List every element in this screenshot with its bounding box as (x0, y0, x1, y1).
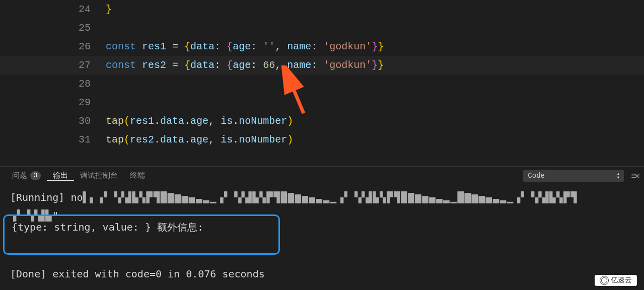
code-line[interactable]: 24} (0, 0, 644, 19)
tab-label: 输出 (53, 171, 68, 180)
bottom-panel: 问题 3 输出 调试控制台 终端 Code ▲▼ ≡✕ [Running] no… (0, 166, 644, 290)
tab-problems[interactable]: 问题 3 (6, 171, 47, 180)
line-content: const res1 = {data: {age: '', name: 'god… (106, 37, 644, 56)
problems-count-badge: 3 (30, 171, 41, 180)
tab-output[interactable]: 输出 (47, 171, 74, 181)
highlighted-output: {type: string, value: } 额外信息: (3, 214, 280, 255)
line-content (106, 93, 644, 112)
line-content (106, 19, 644, 37)
tab-terminal[interactable]: 终端 (124, 171, 151, 180)
line-number: 26 (0, 37, 106, 56)
line-content: tap(res2.data.age, is.noNumber) (106, 130, 644, 149)
line-number: 25 (0, 19, 106, 37)
line-number: 31 (0, 130, 106, 149)
code-line[interactable]: 28 (0, 75, 644, 93)
code-line[interactable]: 25 (0, 19, 644, 37)
output-text: {type: string, value: } 额外信息: (12, 221, 203, 233)
line-number: 29 (0, 93, 106, 112)
tab-debug-console[interactable]: 调试控制台 (74, 171, 124, 180)
code-line[interactable]: 26const res1 = {data: {age: '', name: 'g… (0, 37, 644, 56)
code-line[interactable]: 31tap(res2.data.age, is.noNumber) (0, 130, 644, 149)
line-content (106, 75, 644, 93)
output-line: [Done] exited with code=0 in 0.076 secon… (10, 265, 634, 283)
line-number: 27 (0, 56, 106, 75)
line-content: tap(res1.data.age, is.noNumber) (106, 112, 644, 130)
watermark-logo-icon (600, 276, 609, 285)
dropdown-value: Code (528, 172, 545, 180)
code-line[interactable]: 27const res2 = {data: {age: 66, name: 'g… (0, 56, 644, 75)
code-editor[interactable]: 24}2526const res1 = {data: {age: '', nam… (0, 0, 644, 166)
code-line[interactable]: 30tap(res1.data.age, is.noNumber) (0, 112, 644, 130)
line-number: 24 (0, 0, 106, 19)
tab-label: 问题 (12, 171, 27, 180)
output-content[interactable]: [Running] no▌▖▗▘▝▞▟▙▚▛▜█▇▆▅▄▃▂▁▗▘▝▞▟▙▚▛▜… (0, 184, 644, 287)
line-number: 28 (0, 75, 106, 93)
output-line: [Running] no▌▖▗▘▝▞▟▙▚▛▜█▇▆▅▄▃▂▁▗▘▝▞▟▙▚▛▜… (10, 188, 634, 206)
line-number: 30 (0, 112, 106, 130)
clear-output-icon[interactable]: ≡✕ (631, 170, 638, 181)
line-content: } (106, 0, 644, 19)
output-channel-dropdown[interactable]: Code ▲▼ (523, 170, 624, 182)
redacted-text: ▌▖▗▘▝▞▟▙▚▛▜█▇▆▅▄▃▂▁▗▘▝▞▟▙▚▛▜█▇▆▅▄▃▂▁▗▘▝▞… (83, 188, 578, 206)
panel-tabs: 问题 3 输出 调试控制台 终端 Code ▲▼ ≡✕ (0, 167, 644, 184)
watermark: 亿速云 (595, 275, 637, 286)
watermark-text: 亿速云 (611, 276, 632, 285)
code-line[interactable]: 29 (0, 93, 644, 112)
tab-label: 终端 (130, 171, 145, 180)
line-content: const res2 = {data: {age: 66, name: 'god… (106, 56, 644, 75)
tab-label: 调试控制台 (80, 171, 118, 180)
dropdown-caret-icon: ▲▼ (617, 172, 620, 179)
